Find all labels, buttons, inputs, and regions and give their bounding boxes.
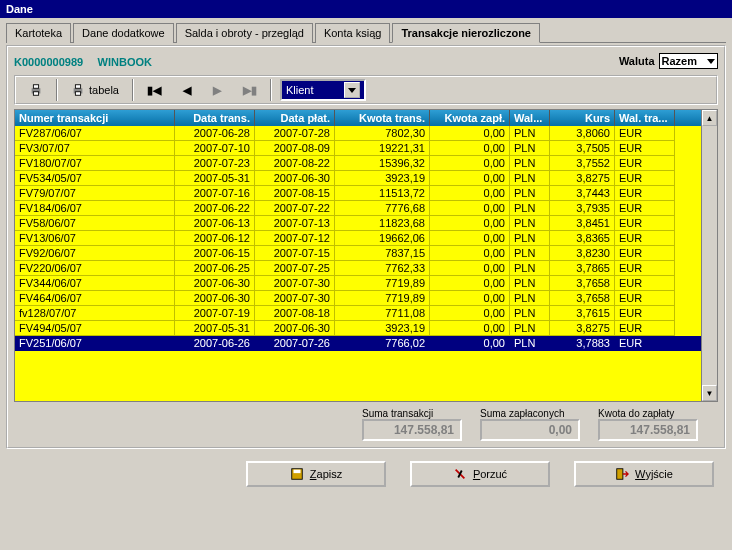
cell: 19662,06 — [335, 231, 430, 246]
column-header[interactable]: Wal. tra... — [615, 110, 675, 126]
column-header[interactable]: Wal... — [510, 110, 550, 126]
cell: 2007-06-22 — [175, 201, 255, 216]
tab-salda-i-obroty-przegl-d[interactable]: Salda i obroty - przegląd — [176, 23, 313, 43]
cell: 3,7883 — [550, 336, 615, 351]
nav-prev-button[interactable]: ◀ — [172, 79, 202, 101]
cell: 2007-07-19 — [175, 306, 255, 321]
save-label: Zapisz — [310, 468, 342, 480]
sum-trans-label: Suma transakcji — [362, 408, 433, 419]
cell: 7719,89 — [335, 291, 430, 306]
table-row[interactable]: FV464/06/072007-06-302007-07-307719,890,… — [15, 291, 701, 306]
cell: 2007-06-26 — [175, 336, 255, 351]
exit-button[interactable]: Wyjście — [574, 461, 714, 487]
cell: 0,00 — [430, 276, 510, 291]
print-table-button[interactable]: tabela — [60, 79, 130, 101]
cell: PLN — [510, 141, 550, 156]
cell: PLN — [510, 156, 550, 171]
discard-icon — [453, 467, 467, 481]
cell: 2007-07-25 — [255, 261, 335, 276]
amount-due-label: Kwota do zapłaty — [598, 408, 674, 419]
scroll-down-button[interactable]: ▼ — [702, 385, 717, 401]
cell: FV13/06/07 — [15, 231, 175, 246]
cell: EUR — [615, 336, 675, 351]
tab-kartoteka[interactable]: Kartoteka — [6, 23, 71, 43]
cell: 2007-07-10 — [175, 141, 255, 156]
cell: FV180/07/07 — [15, 156, 175, 171]
table-row[interactable]: FV79/07/072007-07-162007-08-1511513,720,… — [15, 186, 701, 201]
cell: 2007-06-30 — [175, 291, 255, 306]
discard-button[interactable]: Porzuć — [410, 461, 550, 487]
cell: 3,8451 — [550, 216, 615, 231]
tab-dane-dodatkowe[interactable]: Dane dodatkowe — [73, 23, 174, 43]
tab-transakcje-nierozliczone[interactable]: Transakcje nierozliczone — [392, 23, 540, 43]
cell: PLN — [510, 246, 550, 261]
cell: 0,00 — [430, 306, 510, 321]
table-row[interactable]: FV251/06/072007-06-262007-07-267766,020,… — [15, 336, 701, 351]
table-row[interactable]: FV13/06/072007-06-122007-07-1219662,060,… — [15, 231, 701, 246]
summary-row: Suma transakcji 147.558,81 Suma zapłacon… — [14, 408, 718, 441]
scroll-up-button[interactable]: ▲ — [702, 110, 717, 126]
nav-last-button[interactable]: ▶▮ — [232, 79, 268, 101]
table-row[interactable]: FV494/05/072007-05-312007-06-303923,190,… — [15, 321, 701, 336]
cell: 2007-08-18 — [255, 306, 335, 321]
cell: 0,00 — [430, 126, 510, 141]
save-icon — [290, 467, 304, 481]
cell: 7711,08 — [335, 306, 430, 321]
cell: 3,8275 — [550, 171, 615, 186]
svg-rect-1 — [33, 85, 38, 89]
table-row[interactable]: FV344/06/072007-06-302007-07-307719,890,… — [15, 276, 701, 291]
cell: 0,00 — [430, 141, 510, 156]
svg-rect-10 — [617, 469, 623, 480]
amount-due-value: 147.558,81 — [598, 419, 698, 441]
svg-rect-7 — [293, 470, 300, 474]
cell: EUR — [615, 246, 675, 261]
column-header[interactable]: Data płat. — [255, 110, 335, 126]
cell: 0,00 — [430, 246, 510, 261]
print-table-label: tabela — [89, 84, 119, 96]
cell: 0,00 — [430, 216, 510, 231]
cell: 2007-05-31 — [175, 321, 255, 336]
table-row[interactable]: FV58/06/072007-06-132007-07-1311823,680,… — [15, 216, 701, 231]
cell: 0,00 — [430, 291, 510, 306]
cell: FV79/07/07 — [15, 186, 175, 201]
cell: EUR — [615, 171, 675, 186]
table-row[interactable]: FV92/06/072007-06-152007-07-157837,150,0… — [15, 246, 701, 261]
tab-konta-ksi-g[interactable]: Konta ksiąg — [315, 23, 390, 43]
table-row[interactable]: FV3/07/072007-07-102007-08-0919221,310,0… — [15, 141, 701, 156]
cell: 3,7935 — [550, 201, 615, 216]
cell: FV287/06/07 — [15, 126, 175, 141]
column-header[interactable]: Kurs — [550, 110, 615, 126]
print-button[interactable] — [18, 79, 54, 101]
table-row[interactable]: FV180/07/072007-07-232007-08-2215396,320… — [15, 156, 701, 171]
filter-dropdown[interactable]: Klient — [280, 79, 366, 101]
cell: 0,00 — [430, 321, 510, 336]
cell: PLN — [510, 261, 550, 276]
cell: 2007-06-30 — [255, 321, 335, 336]
vertical-scrollbar[interactable]: ▲ ▼ — [701, 110, 717, 401]
save-button[interactable]: Zapisz — [246, 461, 386, 487]
table-row[interactable]: FV534/05/072007-05-312007-06-303923,190,… — [15, 171, 701, 186]
cell: 3,8060 — [550, 126, 615, 141]
cell: 2007-08-09 — [255, 141, 335, 156]
nav-next-button[interactable]: ▶ — [202, 79, 232, 101]
discard-label: Porzuć — [473, 468, 507, 480]
table-row[interactable]: FV220/06/072007-06-252007-07-257762,330,… — [15, 261, 701, 276]
cell: 0,00 — [430, 186, 510, 201]
cell: EUR — [615, 216, 675, 231]
column-header[interactable]: Kwota trans. — [335, 110, 430, 126]
svg-rect-4 — [75, 85, 80, 89]
column-header[interactable]: Numer transakcji — [15, 110, 175, 126]
cell: 3,7443 — [550, 186, 615, 201]
column-header[interactable]: Kwota zapł. — [430, 110, 510, 126]
column-header[interactable]: Data trans. — [175, 110, 255, 126]
nav-first-button[interactable]: ▮◀ — [136, 79, 172, 101]
cell: 2007-06-30 — [175, 276, 255, 291]
main-panel: K0000000989 WINBOOK Waluta Razem — [6, 45, 726, 449]
currency-select[interactable]: Razem — [659, 53, 718, 69]
cell: 2007-06-12 — [175, 231, 255, 246]
cell: 3,7552 — [550, 156, 615, 171]
table-row[interactable]: FV287/06/072007-06-282007-07-287802,300,… — [15, 126, 701, 141]
table-row[interactable]: fv128/07/072007-07-192007-08-187711,080,… — [15, 306, 701, 321]
table-row[interactable]: FV184/06/072007-06-222007-07-227776,680,… — [15, 201, 701, 216]
first-icon: ▮◀ — [147, 84, 161, 97]
